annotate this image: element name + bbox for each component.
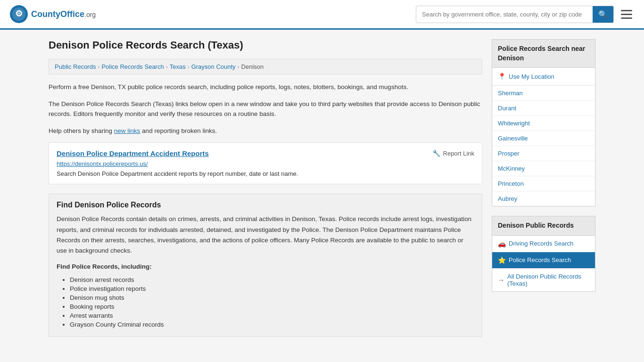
new-links-link[interactable]: new links [114, 127, 140, 134]
logo-area[interactable]: ⚙ CountyOffice.org [9, 5, 96, 24]
search-button[interactable]: 🔍 [593, 6, 613, 23]
page-title: Denison Police Records Search (Texas) [49, 39, 482, 51]
logo-icon: ⚙ [9, 5, 28, 24]
list-item: Booking reports [70, 303, 474, 310]
sidebar-item-gainesville: Gainesville [492, 131, 595, 146]
sidebar-item-mckinney: McKinney [492, 161, 595, 176]
intro-p3-before: Help others by sharing [49, 127, 114, 134]
site-header: ⚙ CountyOffice.org 🔍 [0, 0, 644, 30]
report-link-button[interactable]: 🔧 Report Link [432, 149, 474, 157]
hamburger-line-2 [621, 14, 632, 15]
intro-paragraph-2: The Denison Police Records Search (Texas… [49, 99, 482, 119]
sidebar-item-durant: Durant [492, 101, 595, 116]
list-item: Arrest warrants [70, 312, 474, 319]
driving-records-link[interactable]: 🚗 Driving Records Search [492, 236, 595, 252]
sidebar: Police Records Search near Denison 📍 Use… [492, 39, 595, 345]
hamburger-line-1 [621, 10, 632, 11]
header-right: 🔍 [416, 6, 635, 23]
find-list: Denison arrest records Police investigat… [57, 276, 474, 328]
prosper-link[interactable]: Prosper [492, 146, 595, 161]
intro-paragraph-3: Help others by sharing new links and rep… [49, 126, 482, 136]
list-item: Police investigation reports [70, 285, 474, 292]
logo-text: CountyOffice.org [31, 9, 96, 19]
link-card-accident-reports: Denison Police Department Accident Repor… [49, 142, 482, 184]
sidebar-use-location-item[interactable]: 📍 Use My Location [492, 68, 595, 86]
link-card-description: Search Denison Police Department acciden… [57, 170, 474, 177]
sidebar-public-records-list: 🚗 Driving Records Search ⭐ Police Record… [492, 236, 595, 292]
sidebar-item-aubrey: Aubrey [492, 191, 595, 206]
mckinney-link[interactable]: McKinney [492, 161, 595, 176]
breadcrumb-sep-1: › [98, 64, 99, 70]
sherman-link[interactable]: Sherman [492, 86, 595, 100]
link-card-header: Denison Police Department Accident Repor… [57, 149, 474, 157]
report-link-label: Report Link [443, 150, 474, 157]
whitewright-link[interactable]: Whitewright [492, 116, 595, 131]
sidebar-nearby-title: Police Records Search near Denison [492, 39, 595, 68]
search-bar: 🔍 [416, 6, 614, 23]
breadcrumb-public-records[interactable]: Public Records [55, 63, 96, 70]
hamburger-menu-button[interactable] [619, 8, 635, 21]
aubrey-link[interactable]: Aubrey [492, 191, 595, 206]
sidebar-police-records-item: ⭐ Police Records Search [492, 252, 595, 269]
car-icon: 🚗 [498, 240, 506, 247]
sidebar-nearby-section: Police Records Search near Denison 📍 Use… [492, 39, 595, 206]
svg-text:⚙: ⚙ [15, 9, 23, 18]
find-section: Find Denison Police Records Denison Poli… [49, 194, 482, 337]
list-item: Denison arrest records [70, 276, 474, 283]
use-location-link[interactable]: 📍 Use My Location [492, 68, 595, 85]
gainesville-link[interactable]: Gainesville [492, 131, 595, 146]
breadcrumb-sep-2: › [166, 64, 168, 70]
all-public-records-label: All Denison Public Records (Texas) [507, 273, 589, 287]
breadcrumb-police-records-search[interactable]: Police Records Search [101, 63, 164, 70]
pin-icon: 📍 [498, 73, 506, 80]
find-section-heading: Find Denison Police Records [57, 201, 474, 209]
police-records-link[interactable]: ⭐ Police Records Search [492, 252, 595, 268]
hamburger-line-3 [621, 17, 632, 19]
list-item: Denison mug shots [70, 294, 474, 301]
sidebar-public-records-title: Denison Public Records [492, 216, 595, 236]
sidebar-public-records-section: Denison Public Records 🚗 Driving Records… [492, 216, 595, 292]
sidebar-nearby-list: 📍 Use My Location Sherman Durant Whitewr… [492, 68, 595, 206]
durant-link[interactable]: Durant [492, 101, 595, 115]
breadcrumb-denison: Denison [241, 63, 264, 70]
use-location-label: Use My Location [509, 73, 554, 80]
intro-p3-after: and reporting broken links. [140, 127, 217, 134]
sidebar-item-sherman: Sherman [492, 86, 595, 101]
link-card-url[interactable]: https://denisontx.policereports.us/ [57, 160, 474, 167]
content-area: Denison Police Records Search (Texas) Pu… [49, 39, 482, 345]
sidebar-item-whitewright: Whitewright [492, 116, 595, 131]
link-card-title[interactable]: Denison Police Department Accident Repor… [57, 149, 209, 157]
sidebar-driving-records-item: 🚗 Driving Records Search [492, 236, 595, 252]
wrench-icon: 🔧 [432, 149, 440, 157]
search-input[interactable] [416, 7, 593, 22]
all-public-records-link[interactable]: → All Denison Public Records (Texas) [492, 269, 595, 291]
driving-records-label: Driving Records Search [509, 240, 573, 247]
breadcrumb-sep-3: › [188, 64, 190, 70]
sidebar-all-public-records-item: → All Denison Public Records (Texas) [492, 269, 595, 291]
princeton-link[interactable]: Princeton [492, 176, 595, 191]
breadcrumb-grayson-county[interactable]: Grayson County [191, 63, 236, 70]
arrow-icon: → [498, 276, 504, 284]
breadcrumb: Public Records › Police Records Search ›… [49, 59, 482, 74]
find-list-header: Find Police Records, including: [57, 262, 474, 272]
police-records-label: Police Records Search [509, 256, 571, 263]
sidebar-item-princeton: Princeton [492, 176, 595, 191]
breadcrumb-texas[interactable]: Texas [170, 63, 186, 70]
breadcrumb-sep-4: › [238, 64, 239, 70]
star-icon: ⭐ [498, 256, 506, 264]
main-container: Denison Police Records Search (Texas) Pu… [39, 30, 605, 354]
intro-paragraph-1: Perform a free Denison, TX public police… [49, 82, 482, 92]
list-item: Grayson County Criminal records [70, 321, 474, 328]
find-section-body: Denison Police Records contain details o… [57, 214, 474, 256]
sidebar-item-prosper: Prosper [492, 146, 595, 161]
